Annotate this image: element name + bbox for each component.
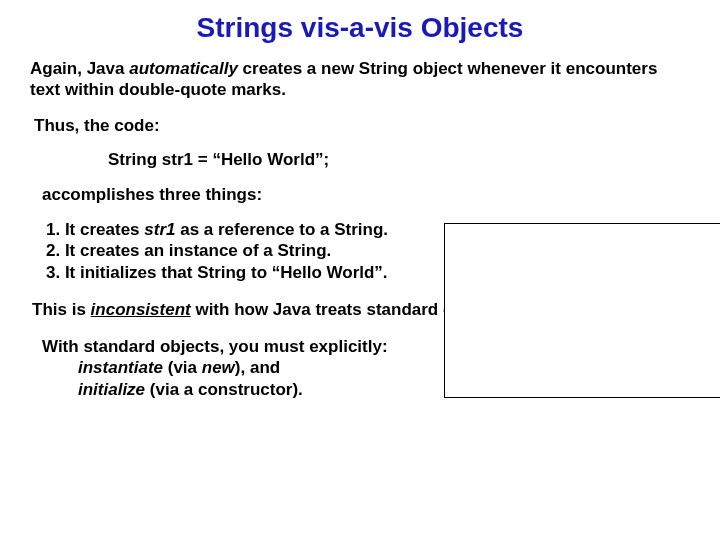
thus-line: Thus, the code: — [34, 115, 692, 136]
std-a-mid: (via — [163, 358, 202, 377]
code-example: String str1 = “Hello World”; — [108, 150, 692, 170]
std-b-post: (via a constructor). — [145, 380, 303, 399]
std-a-new: new — [202, 358, 235, 377]
li1-em: str1 — [144, 220, 175, 239]
std-b-em: initialize — [78, 380, 145, 399]
intro-em: automatically — [129, 59, 238, 78]
list-area: 1. It creates str1 as a reference to a S… — [28, 219, 692, 283]
page-title: Strings vis-a-vis Objects — [28, 12, 692, 44]
inc-pre: This is — [32, 300, 91, 319]
li1-pre: 1. It creates — [46, 220, 144, 239]
inc-em: inconsistent — [91, 300, 191, 319]
intro-paragraph: Again, Java automatically creates a new … — [30, 58, 692, 101]
accomplishes-line: accomplishes three things: — [42, 184, 692, 205]
std-a-post: ), and — [235, 358, 280, 377]
intro-pre: Again, Java — [30, 59, 129, 78]
std-a-em: instantiate — [78, 358, 163, 377]
empty-box — [444, 223, 720, 398]
li1-post: as a reference to a String. — [175, 220, 388, 239]
